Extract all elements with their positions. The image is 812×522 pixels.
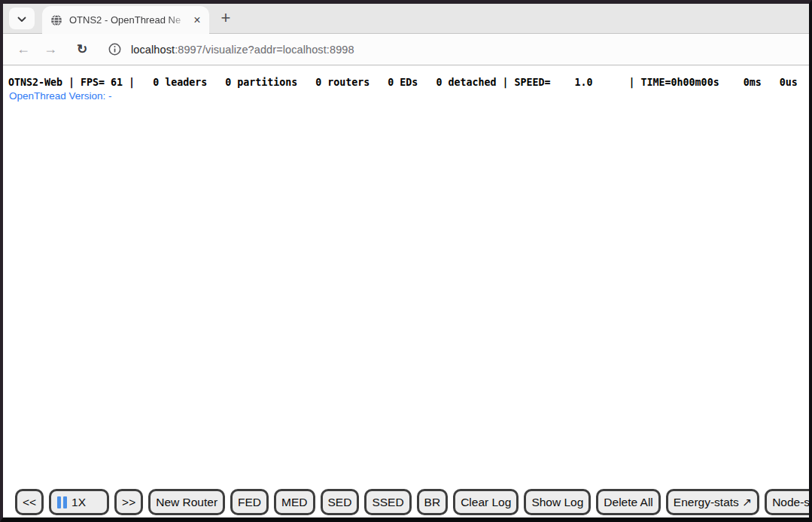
br-button[interactable]: BR [417, 489, 449, 515]
globe-icon [50, 14, 62, 26]
browser-window: OTNS2 - OpenThread Ne × + ← → ↻ localhos… [0, 0, 812, 522]
node-stats-button[interactable]: Node-stats ↗ [765, 489, 809, 515]
delete-all-button[interactable]: Delete All [596, 489, 660, 515]
new-router-button[interactable]: New Router [148, 489, 225, 515]
sed-button[interactable]: SED [321, 489, 360, 515]
show-log-button[interactable]: Show Log [524, 489, 591, 515]
reload-button[interactable]: ↻ [71, 38, 93, 61]
pause-speed-button[interactable]: 1X [49, 489, 109, 515]
simulation-action-bar: << 1X >> New Router FED MED SED SSED BR … [15, 489, 809, 515]
pause-icon [57, 496, 67, 508]
speed-label: 1X [71, 496, 86, 509]
energy-stats-button[interactable]: Energy-stats ↗ [666, 489, 759, 515]
otns-visualizer-page: OTNS2-Web | FPS= 61 | 0 leaders 0 partit… [3, 65, 809, 517]
speed-down-button[interactable]: << [15, 489, 44, 515]
med-button[interactable]: MED [274, 489, 315, 515]
tab-title: OTNS2 - OpenThread Ne [69, 14, 190, 26]
forward-button[interactable]: → [39, 38, 62, 61]
page-info-icon[interactable] [108, 43, 121, 56]
url-host: localhost [131, 44, 175, 56]
address-bar[interactable]: localhost:8997/visualize?addr=localhost:… [108, 37, 809, 62]
tab-search-button[interactable] [9, 8, 35, 29]
url-text: localhost:8997/visualize?addr=localhost:… [131, 44, 354, 56]
speed-up-button[interactable]: >> [114, 489, 143, 515]
openthread-version-link[interactable]: OpenThread Version: - [9, 90, 112, 102]
tab-otns2[interactable]: OTNS2 - OpenThread Ne × [42, 6, 209, 34]
url-path: :8997/visualize?addr=localhost:8998 [175, 44, 354, 56]
navigation-bar: ← → ↻ localhost:8997/visualize?addr=loca… [3, 34, 809, 65]
tab-strip: OTNS2 - OpenThread Ne × + [3, 4, 809, 34]
new-tab-button[interactable]: + [214, 7, 237, 29]
fed-button[interactable]: FED [230, 489, 269, 515]
back-button[interactable]: ← [12, 38, 35, 61]
chevron-down-icon [17, 12, 26, 26]
clear-log-button[interactable]: Clear Log [453, 489, 519, 515]
simulation-status-line: OTNS2-Web | FPS= 61 | 0 leaders 0 partit… [8, 77, 798, 88]
tab-close-icon[interactable]: × [190, 13, 205, 28]
ssed-button[interactable]: SSED [364, 489, 411, 515]
